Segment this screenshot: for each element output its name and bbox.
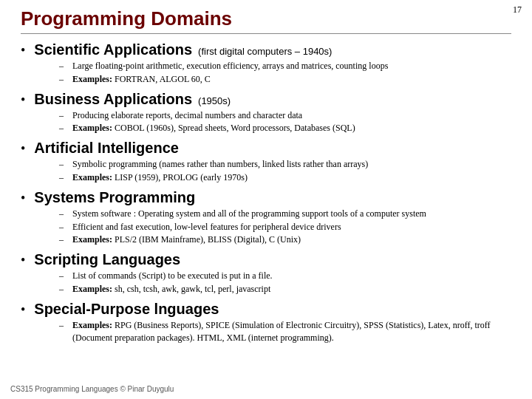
- sub-list-scripting: –List of commands (Script) to be execute…: [59, 270, 511, 296]
- list-item-text: Large floating-point arithmetic, executi…: [72, 60, 511, 72]
- sub-list-ai: –Symbolic programming (names rather than…: [59, 158, 511, 184]
- page-title: Programming Domains: [21, 7, 511, 30]
- list-item-text: Examples: PLS/2 (IBM Mainframe), BLISS (…: [72, 233, 511, 246]
- dash-icon: –: [59, 60, 69, 72]
- list-item: –Examples: COBOL (1960s), Spread sheets,…: [59, 122, 511, 134]
- bullet-icon: •: [21, 44, 25, 57]
- dash-icon: –: [59, 233, 69, 246]
- section-scientific: •Scientific Applications(first digital c…: [21, 41, 511, 86]
- dash-icon: –: [59, 221, 69, 233]
- list-item-text: List of commands (Script) to be executed…: [72, 270, 511, 282]
- list-item-bold: Examples:: [72, 234, 115, 245]
- dash-icon: –: [59, 109, 69, 122]
- dash-icon: –: [59, 283, 69, 296]
- list-item: –Examples: sh, csh, tcsh, awk, gawk, tcl…: [59, 283, 511, 296]
- list-item: –Symbolic programming (names rather than…: [59, 158, 511, 171]
- footer: CS315 Programming Languages © Pinar Duyg…: [10, 385, 174, 393]
- list-item-text: Efficient and fast execution, low-level …: [72, 221, 511, 233]
- sub-list-special: –Examples: RPG (Business Reports), SPICE…: [59, 319, 511, 344]
- list-item-text: Examples: RPG (Business Reports), SPICE …: [72, 319, 511, 344]
- list-item-text: Producing elaborate reports, decimal num…: [72, 109, 511, 122]
- sections-container: •Scientific Applications(first digital c…: [21, 41, 511, 344]
- list-item: –Examples: PLS/2 (IBM Mainframe), BLISS …: [59, 233, 511, 246]
- section-ai: •Artificial Intelligence–Symbolic progra…: [21, 140, 511, 184]
- section-special: •Special-Purpose lnguages–Examples: RPG …: [21, 301, 511, 344]
- dash-icon: –: [59, 319, 69, 332]
- section-header-scripting: •Scripting Languages: [21, 251, 511, 268]
- list-item: –Examples: FORTRAN, ALGOL 60, C: [59, 73, 511, 86]
- section-title: Scientific Applications: [34, 41, 192, 58]
- list-item: –Producing elaborate reports, decimal nu…: [59, 109, 511, 122]
- section-header-scientific: •Scientific Applications(first digital c…: [21, 41, 511, 58]
- list-item-text: System software : Operating system and a…: [72, 208, 511, 220]
- list-item: –Efficient and fast execution, low-level…: [59, 221, 511, 233]
- sub-list-scientific: –Large floating-point arithmetic, execut…: [59, 60, 511, 86]
- section-title: Systems Programming: [34, 189, 195, 206]
- list-item-bold: Examples:: [72, 74, 115, 84]
- list-item-bold: Examples:: [72, 172, 115, 183]
- list-item-text: Examples: FORTRAN, ALGOL 60, C: [72, 73, 511, 86]
- bullet-icon: •: [21, 93, 25, 106]
- list-item-text: Examples: COBOL (1960s), Spread sheets, …: [72, 122, 511, 134]
- dash-icon: –: [59, 208, 69, 220]
- dash-icon: –: [59, 122, 69, 134]
- section-header-special: •Special-Purpose lnguages: [21, 301, 511, 318]
- section-header-systems: •Systems Programming: [21, 189, 511, 206]
- section-header-ai: •Artificial Intelligence: [21, 140, 511, 157]
- list-item: –List of commands (Script) to be execute…: [59, 270, 511, 282]
- sub-list-business: –Producing elaborate reports, decimal nu…: [59, 109, 511, 135]
- dash-icon: –: [59, 73, 69, 86]
- section-title: Business Applications: [34, 91, 192, 108]
- title-divider: [21, 33, 511, 34]
- list-item-text: Symbolic programming (names rather than …: [72, 158, 511, 171]
- dash-icon: –: [59, 270, 69, 282]
- list-item: –Examples: LISP (1959), PROLOG (early 19…: [59, 171, 511, 184]
- section-header-business: •Business Applications(1950s): [21, 91, 511, 108]
- sub-list-systems: –System software : Operating system and …: [59, 208, 511, 246]
- section-paren: (1950s): [198, 95, 231, 106]
- section-scripting: •Scripting Languages–List of commands (S…: [21, 251, 511, 296]
- list-item-bold: Examples:: [72, 320, 115, 330]
- main-content: Programming Domains •Scientific Applicat…: [0, 0, 532, 356]
- bullet-icon: •: [21, 191, 25, 205]
- section-title: Scripting Languages: [34, 251, 180, 268]
- list-item-text: Examples: LISP (1959), PROLOG (early 197…: [72, 171, 511, 184]
- dash-icon: –: [59, 158, 69, 171]
- page-number: 17: [513, 4, 522, 16]
- list-item-bold: Examples:: [72, 123, 115, 133]
- section-paren: (first digital computers – 1940s): [198, 46, 332, 57]
- section-systems: •Systems Programming–System software : O…: [21, 189, 511, 246]
- list-item: –Examples: RPG (Business Reports), SPICE…: [59, 319, 511, 344]
- list-item-bold: Examples:: [72, 284, 115, 294]
- bullet-icon: •: [21, 253, 25, 267]
- bullet-icon: •: [21, 142, 25, 155]
- section-title: Artificial Intelligence: [34, 140, 179, 157]
- list-item: –System software : Operating system and …: [59, 208, 511, 220]
- bullet-icon: •: [21, 303, 25, 316]
- section-business: •Business Applications(1950s)–Producing …: [21, 91, 511, 135]
- list-item: –Large floating-point arithmetic, execut…: [59, 60, 511, 72]
- dash-icon: –: [59, 171, 69, 184]
- section-title: Special-Purpose lnguages: [34, 301, 219, 318]
- list-item-text: Examples: sh, csh, tcsh, awk, gawk, tcl,…: [72, 283, 511, 296]
